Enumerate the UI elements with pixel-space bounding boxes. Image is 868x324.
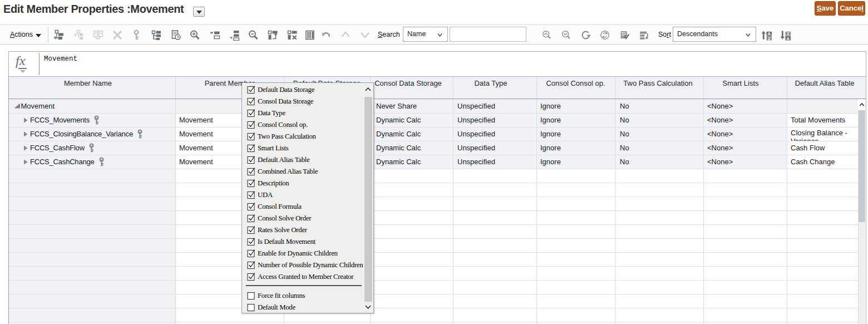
svg-text:Z: Z <box>768 36 771 41</box>
svg-text:A: A <box>787 36 790 41</box>
